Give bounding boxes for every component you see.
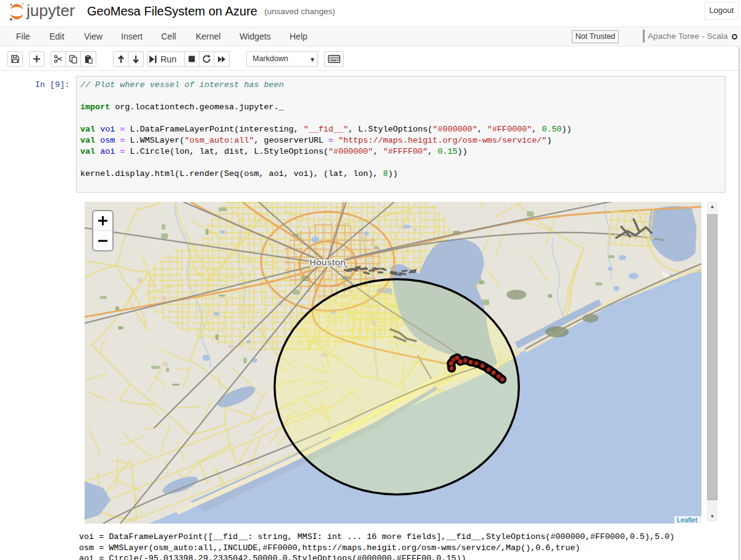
svg-text:Run: Run — [161, 54, 177, 64]
svg-text:Houston: Houston — [309, 257, 346, 267]
svg-text:Leaflet: Leaflet — [677, 516, 697, 524]
